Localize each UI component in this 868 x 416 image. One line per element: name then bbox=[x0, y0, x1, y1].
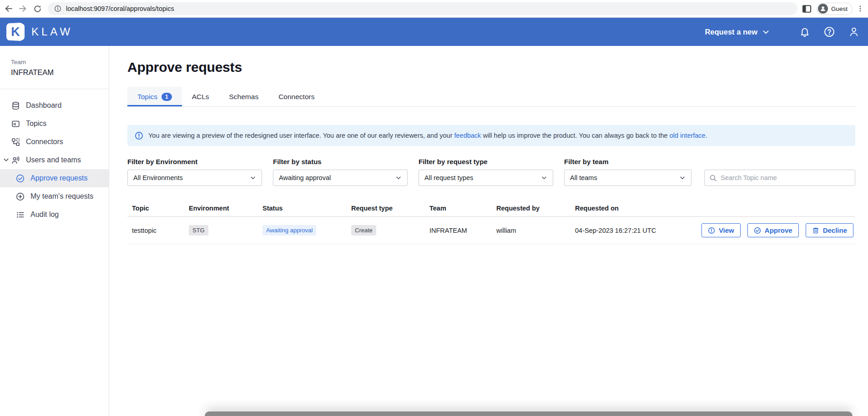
team-name: INFRATEAM bbox=[11, 68, 109, 77]
reload-icon bbox=[33, 5, 42, 13]
team-select[interactable]: All teams bbox=[564, 170, 691, 186]
col-requested-on: Requested on bbox=[575, 205, 689, 212]
request-a-new-label: Request a new bbox=[705, 28, 757, 36]
table-row: testtopic STG Awaiting approval Create I… bbox=[127, 217, 855, 244]
address-bar[interactable]: localhost:9097/coral/approvals/topics bbox=[48, 2, 797, 15]
view-button-label: View bbox=[719, 226, 734, 234]
topic-search bbox=[704, 170, 855, 186]
search-input[interactable] bbox=[721, 174, 850, 181]
person-icon bbox=[820, 5, 826, 12]
banner-text-2: will help us improve the product. You ca… bbox=[481, 132, 669, 139]
browser-back-button[interactable] bbox=[3, 2, 15, 15]
sidebar-item-label: Users and teams bbox=[26, 156, 81, 164]
environment-select-value: All Environments bbox=[133, 174, 183, 181]
sidebar-item-my-teams-requests[interactable]: My team's requests bbox=[0, 187, 109, 205]
topics-icon bbox=[11, 119, 20, 128]
sidebar-item-users-and-teams[interactable]: Users and teams bbox=[0, 151, 109, 169]
cell-requested-on: 04-Sep-2023 16:27:21 UTC bbox=[575, 227, 689, 234]
browser-forward-button[interactable] bbox=[17, 2, 29, 15]
chevron-down-icon[interactable] bbox=[3, 156, 10, 165]
sidebar-divider bbox=[0, 89, 109, 89]
users-icon bbox=[11, 155, 20, 165]
table-header-row: Topic Environment Status Request type Te… bbox=[127, 200, 855, 217]
request-type-select-value: All request types bbox=[424, 174, 473, 181]
chevron-down-icon bbox=[250, 175, 256, 181]
page-title: Approve requests bbox=[127, 60, 855, 75]
tab-connectors[interactable]: Connectors bbox=[268, 87, 324, 106]
team-select-value: All teams bbox=[570, 174, 597, 181]
browser-reload-button[interactable] bbox=[31, 2, 43, 15]
browser-controls: Guest bbox=[801, 3, 868, 15]
tab-topics[interactable]: Topics 1 bbox=[127, 87, 182, 106]
filter-status-label: Filter by status bbox=[273, 158, 408, 165]
kebab-menu-icon bbox=[857, 5, 864, 12]
connectors-icon bbox=[11, 137, 20, 146]
sidebar-item-connectors[interactable]: Connectors bbox=[0, 133, 109, 151]
tab-count-badge: 1 bbox=[161, 93, 172, 101]
col-team: Team bbox=[429, 205, 496, 212]
profile-name: Guest bbox=[831, 5, 848, 12]
browser-menu-button[interactable] bbox=[855, 3, 865, 15]
approve-button[interactable]: Approve bbox=[747, 223, 799, 237]
request-type-select[interactable]: All request types bbox=[419, 170, 553, 186]
filter-team-label: Filter by team bbox=[564, 158, 691, 165]
sidebar-item-approve-requests[interactable]: Approve requests bbox=[0, 169, 109, 187]
dock-bar bbox=[205, 411, 853, 416]
info-circle-icon bbox=[135, 131, 143, 140]
filter-status: Filter by status Awaiting approval bbox=[273, 158, 408, 186]
sidebar-item-label: Dashboard bbox=[26, 101, 61, 110]
feedback-link[interactable]: feedback bbox=[454, 132, 481, 139]
help-button[interactable] bbox=[823, 26, 835, 38]
sidebar-item-audit-log[interactable]: Audit log bbox=[0, 205, 109, 224]
trash-icon bbox=[812, 227, 819, 234]
dashboard-icon bbox=[11, 101, 20, 110]
profile-button[interactable] bbox=[848, 26, 860, 38]
search-icon bbox=[709, 174, 717, 182]
sidebar: Team INFRATEAM Dashboard Topics Connecto… bbox=[0, 46, 109, 416]
klaw-logo-icon: K bbox=[6, 23, 25, 41]
guest-avatar bbox=[818, 4, 828, 14]
sidebar-nav: Dashboard Topics Connectors Users and te… bbox=[0, 96, 109, 224]
status-badge: Awaiting approval bbox=[262, 225, 316, 236]
col-environment: Environment bbox=[189, 205, 262, 212]
filter-request-type: Filter by request type All request types bbox=[419, 158, 553, 186]
browser-toolbar: localhost:9097/coral/approvals/topics Gu… bbox=[0, 0, 868, 18]
decline-button[interactable]: Decline bbox=[806, 223, 853, 237]
filter-environment-label: Filter by Environment bbox=[127, 158, 262, 165]
filter-request-type-label: Filter by request type bbox=[419, 158, 553, 165]
main-content: Approve requests Topics 1 ACLs Schemas C… bbox=[109, 46, 868, 416]
old-interface-link[interactable]: old interface bbox=[670, 132, 706, 139]
side-panel-button[interactable] bbox=[801, 3, 813, 15]
header-actions: Request a new bbox=[705, 26, 860, 38]
filter-environment: Filter by Environment All Environments bbox=[127, 158, 262, 186]
col-status: Status bbox=[262, 205, 351, 212]
browser-profile-chip[interactable]: Guest bbox=[817, 3, 853, 15]
view-button[interactable]: View bbox=[701, 223, 741, 237]
status-select-value: Awaiting approval bbox=[279, 174, 331, 181]
sidebar-item-topics[interactable]: Topics bbox=[0, 115, 109, 133]
request-a-new-button[interactable]: Request a new bbox=[705, 28, 770, 36]
cell-topic: testtopic bbox=[132, 227, 189, 234]
status-select[interactable]: Awaiting approval bbox=[273, 170, 408, 186]
sidebar-item-label: Connectors bbox=[26, 138, 63, 146]
notifications-button[interactable] bbox=[799, 26, 811, 38]
bell-icon bbox=[799, 26, 810, 37]
plus-circle-icon bbox=[15, 192, 25, 201]
environment-select[interactable]: All Environments bbox=[127, 170, 262, 186]
question-circle-icon bbox=[824, 26, 835, 37]
tab-acls[interactable]: ACLs bbox=[182, 87, 219, 106]
sidebar-item-dashboard[interactable]: Dashboard bbox=[0, 96, 109, 115]
check-circle-icon bbox=[754, 227, 761, 234]
col-request-type: Request type bbox=[351, 205, 429, 212]
sidebar-item-label: Audit log bbox=[30, 211, 59, 219]
banner-text: You are viewing a preview of the redesig… bbox=[148, 132, 707, 139]
banner-text-1: You are viewing a preview of the redesig… bbox=[148, 132, 454, 139]
tab-bar: Topics 1 ACLs Schemas Connectors bbox=[127, 87, 855, 107]
klaw-logo[interactable]: K KLAW bbox=[6, 23, 73, 41]
page-info-icon[interactable] bbox=[54, 5, 61, 12]
tab-schemas[interactable]: Schemas bbox=[219, 87, 269, 106]
info-circle-icon bbox=[708, 227, 715, 234]
request-type-badge: Create bbox=[351, 225, 376, 236]
chevron-down-icon bbox=[762, 28, 770, 36]
col-requested-by: Requested by bbox=[496, 205, 575, 212]
